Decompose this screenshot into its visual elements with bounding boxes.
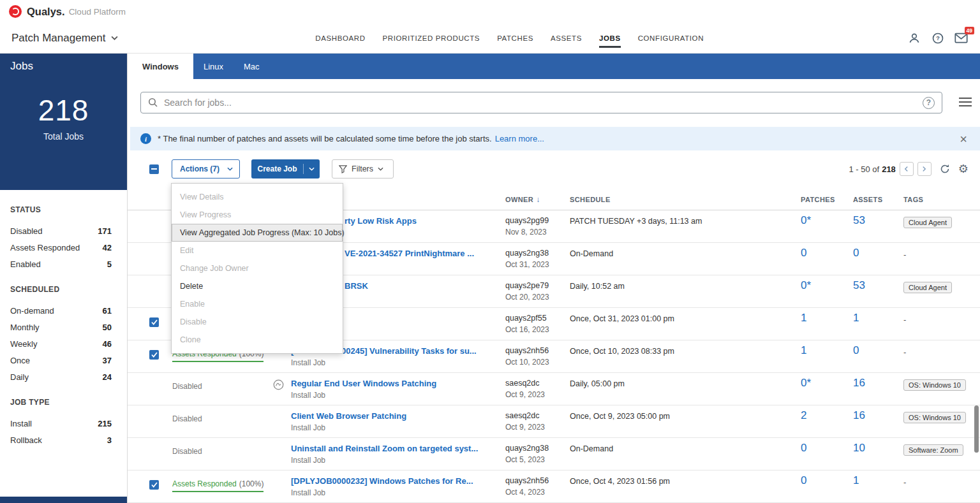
filter-count: 50: [103, 323, 112, 332]
tag-badge[interactable]: OS: Windows 10: [903, 412, 966, 423]
sidebar-filter-on-demand[interactable]: On-demand61: [10, 302, 117, 319]
assets-count[interactable]: 10: [853, 442, 865, 454]
gear-icon[interactable]: ⚙: [958, 162, 969, 176]
job-title-link[interactable]: Client Web Browser Patching: [291, 411, 505, 421]
nav-item-dashboard[interactable]: DASHBOARD: [315, 29, 365, 48]
assets-count[interactable]: 1: [853, 312, 859, 324]
sidebar-filter-weekly[interactable]: Weekly46: [10, 335, 117, 352]
nav-item-patches[interactable]: PATCHES: [497, 29, 533, 48]
tag-badge: -: [903, 347, 906, 357]
job-type-label: Install Job: [291, 391, 505, 400]
sidebar-filter-rollback[interactable]: Rollback3: [10, 432, 117, 448]
app-switcher[interactable]: Patch Management: [11, 32, 118, 45]
next-page-button[interactable]: [917, 162, 932, 176]
row-checkbox[interactable]: [149, 350, 159, 360]
patches-count[interactable]: 0: [801, 247, 806, 259]
sidebar-filter-monthly[interactable]: Monthly50: [10, 319, 117, 335]
help-icon[interactable]: ?: [931, 31, 945, 45]
menu-icon[interactable]: [959, 98, 972, 106]
chevron-down-icon[interactable]: [303, 164, 320, 174]
nav-item-configuration[interactable]: CONFIGURATION: [638, 29, 704, 48]
sidebar-filters: STATUSDisabled171Assets Responded42Enabl…: [0, 190, 127, 448]
search-help-icon[interactable]: ?: [923, 97, 935, 109]
assets-count[interactable]: 53: [853, 279, 865, 291]
assets-count[interactable]: 16: [853, 377, 865, 389]
status-label: Assets Responded: [172, 479, 237, 488]
table-row[interactable]: Disabled Client Web Browser Patching Ins…: [128, 405, 980, 438]
sidebar-filter-disabled[interactable]: Disabled171: [10, 222, 117, 239]
info-banner: i * The final number of patches and asse…: [130, 127, 980, 150]
job-title-link[interactable]: VE-2021-34527 PrintNightmare ...: [345, 249, 505, 258]
table-row[interactable]: Disabled Uninstall and Reinstall Zoom on…: [128, 438, 980, 470]
check-icon: [151, 482, 158, 488]
job-title-link[interactable]: rty Low Risk Apps: [345, 216, 505, 226]
sidebar-filter-enabled[interactable]: Enabled5: [10, 256, 117, 272]
column-header-owner[interactable]: OWNER ↓: [505, 195, 570, 204]
table-row[interactable]: Assets Responded(100%) [DPLYJOB0000232] …: [128, 470, 980, 503]
brand-suffix: Cloud Platform: [69, 7, 126, 17]
close-icon[interactable]: ×: [960, 133, 971, 145]
tag-badge[interactable]: Software: Zoom: [903, 444, 963, 456]
job-title-link[interactable]: [DPLYJOB0000232] Windows Patches for Re.…: [291, 476, 505, 486]
owner-date: Oct 31, 2023: [505, 260, 570, 269]
tab-linux[interactable]: Linux: [193, 54, 234, 79]
column-header-patches[interactable]: PATCHES: [801, 196, 853, 203]
filter-count: 46: [103, 339, 112, 349]
menu-item-delete[interactable]: Delete: [172, 277, 343, 295]
patches-count[interactable]: 2: [801, 409, 806, 421]
tab-mac[interactable]: Mac: [234, 54, 270, 79]
assets-count[interactable]: 16: [853, 409, 865, 421]
tab-windows[interactable]: Windows: [128, 54, 193, 79]
section-title: SCHEDULED: [10, 285, 117, 294]
user-icon[interactable]: [907, 31, 921, 45]
patches-count[interactable]: 0: [801, 474, 806, 486]
assets-count[interactable]: 0: [853, 247, 859, 259]
job-type-label: Install Job: [291, 456, 505, 465]
menu-item-view-aggregated-job-progress-max-10-jobs[interactable]: View Aggregated Job Progress (Max: 10 Jo…: [172, 224, 343, 242]
patches-count[interactable]: 0: [801, 442, 806, 454]
job-title-link[interactable]: Uninstall and Reinstall Zoom on targeted…: [291, 444, 505, 453]
filter-count: 215: [98, 419, 112, 428]
patches-count[interactable]: 1: [801, 312, 806, 324]
job-title-link[interactable]: Regular End User Windows Patching: [291, 379, 505, 388]
prev-page-button[interactable]: [900, 162, 914, 176]
sidebar-filter-assets-responded[interactable]: Assets Responded42: [10, 239, 117, 256]
assets-count[interactable]: 0: [853, 344, 859, 356]
sidebar-footer: [0, 497, 127, 503]
sidebar-filter-daily[interactable]: Daily24: [10, 368, 117, 385]
create-job-button[interactable]: Create Job: [251, 159, 320, 179]
patches-count[interactable]: 1: [801, 344, 806, 356]
patches-count[interactable]: 0*: [801, 279, 811, 291]
filters-button[interactable]: Filters: [332, 159, 394, 179]
tag-badge[interactable]: OS: Windows 10: [903, 379, 966, 391]
patches-count[interactable]: 0*: [801, 214, 811, 226]
sidebar-filter-once[interactable]: Once37: [10, 352, 117, 368]
filter-label: Install: [10, 419, 32, 428]
search-input[interactable]: [164, 98, 923, 108]
patches-count[interactable]: 0*: [801, 377, 811, 389]
tag-badge[interactable]: Cloud Agent: [903, 282, 952, 293]
nav-item-prioritized-products[interactable]: PRIORITIZED PRODUCTS: [383, 29, 480, 48]
column-header-schedule[interactable]: SCHEDULE: [570, 196, 801, 203]
row-checkbox[interactable]: [149, 317, 159, 327]
pagination-total: 218: [882, 164, 896, 174]
nav-item-jobs[interactable]: JOBS: [599, 29, 621, 48]
column-header-tags[interactable]: TAGS: [903, 196, 980, 203]
sidebar-filter-install[interactable]: Install215: [10, 415, 117, 432]
nav-item-assets[interactable]: ASSETS: [551, 29, 582, 48]
scrollbar-thumb[interactable]: [974, 405, 979, 453]
tag-badge[interactable]: Cloud Agent: [903, 217, 952, 228]
select-all-checkbox[interactable]: [149, 164, 159, 174]
assets-count[interactable]: 1: [853, 474, 859, 486]
filter-label: On-demand: [10, 306, 54, 316]
refresh-icon[interactable]: [940, 164, 950, 174]
row-checkbox[interactable]: [149, 480, 159, 490]
learn-more-link[interactable]: Learn more...: [495, 134, 544, 143]
table-row[interactable]: Disabled Regular End User Windows Patchi…: [128, 373, 980, 405]
job-title-link[interactable]: BRSK: [345, 281, 505, 291]
filter-label: Once: [10, 356, 30, 365]
column-header-assets[interactable]: ASSETS: [853, 196, 903, 203]
mail-icon[interactable]: 49: [954, 31, 969, 45]
assets-count[interactable]: 53: [853, 214, 865, 226]
actions-button[interactable]: Actions (7): [172, 159, 240, 179]
